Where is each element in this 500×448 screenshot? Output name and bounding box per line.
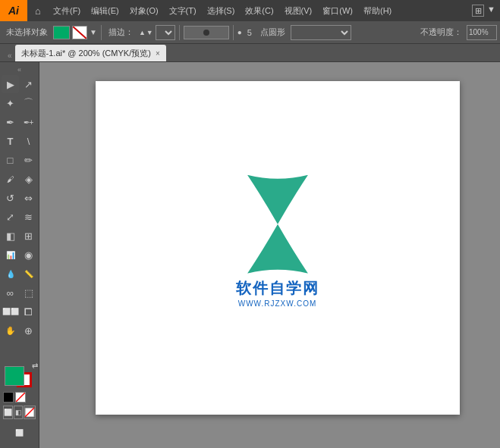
logo-english-text: WWW.RJZXW.COM bbox=[238, 299, 317, 307]
paintbrush-tool[interactable]: 🖌 bbox=[2, 170, 19, 188]
warp-tool[interactable]: ≋ bbox=[20, 208, 37, 226]
panel-collapse-arrow[interactable]: « bbox=[6, 50, 14, 61]
direct-selection-tool[interactable]: ↗ bbox=[20, 75, 37, 93]
menu-window[interactable]: 窗口(W) bbox=[318, 4, 357, 18]
dropdown-arrow[interactable]: ▼ bbox=[90, 28, 97, 36]
default-colors-row bbox=[3, 392, 36, 403]
scale-tool[interactable]: ⤢ bbox=[2, 208, 19, 226]
add-anchor-tool[interactable]: ✒+ bbox=[20, 113, 37, 131]
menu-help[interactable]: 帮助(H) bbox=[359, 4, 396, 18]
tool-row-3: ✒ ✒+ bbox=[2, 113, 37, 131]
menu-select[interactable]: 选择(S) bbox=[203, 4, 240, 18]
expand-icon[interactable]: ▼ bbox=[486, 5, 497, 17]
stroke-down-arrow[interactable]: ▼ bbox=[146, 29, 153, 36]
tool-row-8: ⤢ ≋ bbox=[2, 208, 37, 226]
app-logo: Ai bbox=[0, 0, 27, 21]
tool-row-7: ↺ ⇔ bbox=[2, 189, 37, 207]
opacity-label: 不透明度： bbox=[417, 27, 465, 38]
measure-tool[interactable]: 📏 bbox=[20, 265, 37, 283]
swap-colors-icon[interactable]: ⇄ bbox=[32, 362, 38, 370]
blob-tool[interactable]: ◈ bbox=[20, 170, 37, 188]
stroke-slash-icon bbox=[73, 27, 86, 39]
tool-row-13: ⬜⬜ ⧠ bbox=[2, 302, 37, 321]
mesh-tool[interactable]: ⊞ bbox=[20, 227, 37, 245]
tool-row-6: 🖌 ◈ bbox=[2, 170, 37, 188]
menu-effect[interactable]: 效果(C) bbox=[241, 4, 278, 18]
tool-row-12: ∞ ⬚ bbox=[2, 284, 37, 302]
blend-tool[interactable]: ∞ bbox=[2, 284, 19, 302]
brush-shape-dropdown[interactable] bbox=[291, 25, 351, 40]
chart-tool[interactable]: 📊 bbox=[2, 246, 19, 264]
tab-close-button[interactable]: × bbox=[156, 49, 160, 58]
selection-tool[interactable]: ▶ bbox=[2, 75, 19, 93]
window-controls: ⊞ ▼ bbox=[472, 5, 500, 17]
menu-object[interactable]: 对象(O) bbox=[125, 4, 163, 18]
brush-preview[interactable] bbox=[184, 26, 229, 39]
none-mode-button[interactable] bbox=[24, 406, 36, 419]
document-tab[interactable]: 未标题-1.ai* @ 200% (CMYK/预览) × bbox=[15, 45, 166, 61]
stroke-width-control: ▲ ▼ bbox=[139, 29, 153, 36]
main-layout: « ▶ ↗ ✦ ⌒ ✒ ✒+ T \ □ ✏ 🖌 ◈ ↺ ⇔ bbox=[0, 62, 500, 448]
pencil-tool[interactable]: ✏ bbox=[20, 151, 37, 169]
color-mode-row: ⬜ ◧ bbox=[3, 406, 36, 419]
slice-tool[interactable]: ⧠ bbox=[20, 302, 37, 321]
screen-mode-button[interactable]: ⬜ bbox=[3, 424, 36, 442]
selection-label: 未选择对象 bbox=[3, 27, 51, 38]
rect-tool[interactable]: □ bbox=[2, 151, 19, 169]
menu-view[interactable]: 视图(V) bbox=[280, 4, 317, 18]
gradient-mode-button[interactable]: ◧ bbox=[14, 406, 23, 419]
line-tool[interactable]: \ bbox=[20, 132, 37, 150]
hand-tool[interactable]: ✋ bbox=[2, 321, 19, 340]
panel-collapse[interactable]: « bbox=[2, 65, 37, 74]
tab-title: 未标题-1.ai* @ 200% (CMYK/预览) bbox=[21, 48, 151, 59]
menu-edit[interactable]: 编辑(E) bbox=[86, 4, 124, 18]
symbol-sprayer-tool[interactable]: ◉ bbox=[20, 246, 37, 264]
opacity-input[interactable] bbox=[467, 25, 497, 40]
text-tool[interactable]: T bbox=[2, 132, 19, 150]
tab-bar: « 未标题-1.ai* @ 200% (CMYK/预览) × bbox=[0, 44, 500, 62]
tool-row-2: ✦ ⌒ bbox=[2, 94, 37, 112]
menu-file[interactable]: 文件(F) bbox=[49, 4, 85, 18]
tool-row-9: ◧ ⊞ bbox=[2, 227, 37, 245]
magic-wand-tool[interactable]: ✦ bbox=[2, 94, 19, 112]
tool-row-14: ✋ ⊕ bbox=[2, 321, 37, 340]
fill-swatch[interactable] bbox=[5, 366, 24, 386]
title-bar: Ai ⌂ 文件(F) 编辑(E) 对象(O) 文字(T) 选择(S) 效果(C)… bbox=[0, 0, 500, 21]
separator-2 bbox=[179, 25, 180, 40]
tool-row-1: ▶ ↗ bbox=[2, 75, 37, 93]
tool-row-10: 📊 ◉ bbox=[2, 246, 37, 264]
brush-bullet: ● bbox=[237, 28, 242, 36]
rotate-tool[interactable]: ↺ bbox=[2, 189, 19, 207]
zoom-tool[interactable]: ⊕ bbox=[20, 321, 37, 340]
live-paint-tool[interactable]: ⬚ bbox=[20, 284, 37, 302]
color-swatches: ⇄ ⬜ ◧ bbox=[2, 359, 37, 445]
artboard-tool[interactable]: ⬜⬜ bbox=[2, 302, 19, 321]
reflect-tool[interactable]: ⇔ bbox=[20, 189, 37, 207]
artboard: 软件自学网 WWW.RJZXW.COM bbox=[96, 81, 460, 415]
menu-type[interactable]: 文字(T) bbox=[165, 4, 201, 18]
gradient-tool[interactable]: ◧ bbox=[2, 227, 19, 245]
pen-tool[interactable]: ✒ bbox=[2, 113, 19, 131]
stroke-dropdown[interactable] bbox=[156, 25, 175, 40]
logo-container: 软件自学网 WWW.RJZXW.COM bbox=[236, 174, 319, 307]
color-mode-button[interactable]: ⬜ bbox=[3, 406, 13, 419]
svg-line-1 bbox=[16, 393, 25, 402]
stroke-color-box[interactable] bbox=[72, 26, 87, 39]
grid-view-button[interactable]: ⊞ bbox=[472, 5, 484, 17]
logo-chinese-text: 软件自学网 bbox=[236, 277, 319, 298]
stroke-up-arrow[interactable]: ▲ bbox=[139, 29, 146, 36]
lasso-tool[interactable]: ⌒ bbox=[20, 94, 37, 112]
options-toolbar: 未选择对象 ▼ 描边： ▲ ▼ ● 5 点圆形 不透明度： bbox=[0, 21, 500, 44]
tool-row-11: 💧 📏 bbox=[2, 265, 37, 283]
eyedropper-tool[interactable]: 💧 bbox=[2, 265, 19, 283]
brush-dot bbox=[203, 30, 209, 36]
brush-size-label: 5 bbox=[244, 28, 255, 37]
fill-color-box[interactable] bbox=[53, 26, 70, 39]
home-icon[interactable]: ⌂ bbox=[27, 0, 49, 21]
none-slash-icon bbox=[16, 393, 25, 402]
none-swatch[interactable] bbox=[15, 392, 26, 403]
canvas-area[interactable]: 软件自学网 WWW.RJZXW.COM bbox=[39, 62, 500, 448]
left-toolbar: « ▶ ↗ ✦ ⌒ ✒ ✒+ T \ □ ✏ 🖌 ◈ ↺ ⇔ bbox=[0, 62, 39, 448]
default-black-swatch[interactable] bbox=[3, 392, 14, 403]
screen-mode-area: ⬜ bbox=[3, 424, 36, 442]
